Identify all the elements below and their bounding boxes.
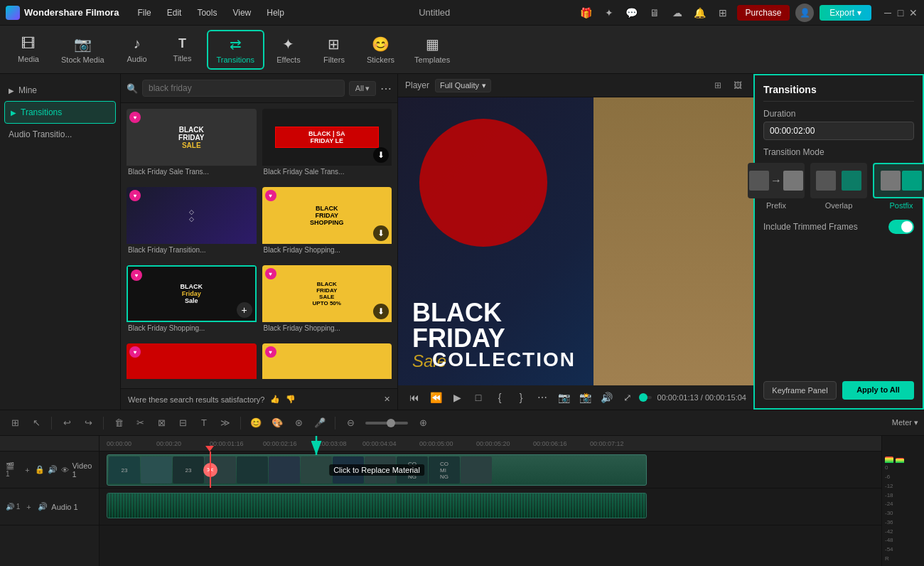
- tool-transitions[interactable]: ⇄ Transitions: [207, 30, 264, 70]
- grid-item-3[interactable]: ♥ ◇◇ Black Friday Transition...: [127, 187, 257, 260]
- cloud-icon[interactable]: ☁: [669, 4, 686, 21]
- filter-dropdown[interactable]: All ▾: [349, 81, 376, 96]
- menu-file[interactable]: File: [130, 5, 158, 21]
- tool-stock-media[interactable]: 📷 Stock Media: [53, 31, 113, 68]
- zoom-out-button[interactable]: ⊖: [341, 414, 360, 432]
- download-icon-6[interactable]: ⬇: [373, 304, 389, 319]
- apply-to-all-button[interactable]: Apply to All: [842, 381, 914, 400]
- grid-item-7[interactable]: ♥: [127, 343, 257, 383]
- mode-option-overlap[interactable]: Overlap: [810, 163, 867, 210]
- image-view-button[interactable]: 🖼: [729, 77, 746, 94]
- crop-button[interactable]: ⊠: [152, 414, 171, 432]
- undo-button[interactable]: ↩: [58, 414, 76, 432]
- fullscreen-button[interactable]: ⤢: [618, 388, 637, 407]
- play-button[interactable]: ▶: [448, 388, 466, 407]
- export-button[interactable]: Export ▾: [820, 5, 871, 21]
- mode-option-postfix[interactable]: Postfix: [873, 163, 924, 210]
- progress-bar[interactable]: [643, 396, 652, 399]
- zoom-slider[interactable]: [365, 422, 408, 424]
- text-button[interactable]: T: [195, 414, 213, 432]
- audio-clip-main[interactable]: [107, 493, 647, 518]
- video-clip-main[interactable]: 23 23 COMING COMING: [107, 454, 647, 486]
- timeline-cursor-button[interactable]: ↖: [27, 414, 45, 432]
- add-audio-icon[interactable]: +: [23, 501, 34, 513]
- face-button[interactable]: 😊: [247, 414, 265, 432]
- mark-in-button[interactable]: {: [490, 388, 509, 407]
- grid-icon[interactable]: ⊞: [714, 4, 731, 21]
- timeline-grid-button[interactable]: ⊞: [6, 414, 24, 432]
- menu-help[interactable]: Help: [259, 5, 291, 21]
- eye-track-icon[interactable]: 👁: [60, 464, 70, 476]
- menu-edit[interactable]: Edit: [160, 5, 189, 21]
- duration-input[interactable]: [763, 122, 914, 140]
- split-button[interactable]: ⊟: [173, 414, 192, 432]
- volume-track-icon[interactable]: 🔊: [48, 464, 58, 476]
- grid-item-2[interactable]: BLACK | SAFRIDAY LE ⬇ Black Friday Sale …: [262, 109, 392, 181]
- mark-out-button[interactable]: }: [512, 388, 530, 407]
- keyframe-panel-button[interactable]: Keyframe Panel: [763, 381, 837, 400]
- sidebar-item-mine[interactable]: ▶ Mine: [0, 80, 120, 101]
- grid-item-4[interactable]: ♥ BLACKFRIDAYSHOPPING ⬇ Black Friday Sho…: [262, 187, 392, 260]
- meter-label[interactable]: Meter ▾: [892, 418, 918, 427]
- thumbs-down-icon[interactable]: 👎: [286, 395, 296, 404]
- prev-frame-button[interactable]: ⏪: [426, 388, 445, 407]
- search-input[interactable]: [142, 80, 345, 97]
- scissors-button[interactable]: ✂: [131, 414, 149, 432]
- monitor-icon[interactable]: 🖥: [646, 4, 663, 21]
- sidebar-item-transitions[interactable]: ▶ Transitions: [4, 101, 116, 124]
- stop-button[interactable]: □: [469, 388, 488, 407]
- menu-tools[interactable]: Tools: [190, 5, 224, 21]
- sidebar-item-audio-transitions[interactable]: Audio Transitio...: [0, 124, 120, 145]
- minimize-button[interactable]: ─: [883, 8, 893, 18]
- grid-item-6[interactable]: ♥ BLACKFRIDAYSALEUPTO 50% ⬇ Black Friday…: [262, 265, 392, 338]
- star-icon[interactable]: ✦: [601, 4, 618, 21]
- zoom-in-button[interactable]: ⊕: [414, 414, 432, 432]
- more-options-button[interactable]: ⋯: [380, 82, 392, 95]
- profile-avatar[interactable]: 👤: [795, 4, 814, 22]
- satisfaction-close-button[interactable]: ✕: [384, 395, 390, 404]
- download-icon-2[interactable]: ⬇: [373, 147, 389, 163]
- tool-titles[interactable]: T Titles: [161, 32, 204, 67]
- more-tools-button[interactable]: ≫: [216, 414, 235, 432]
- include-trimmed-toggle[interactable]: [888, 220, 914, 234]
- add-track-icon[interactable]: +: [23, 464, 32, 476]
- mode-option-prefix[interactable]: → Prefix: [748, 163, 805, 210]
- grid-item-8[interactable]: ♥: [262, 343, 392, 383]
- tool-templates[interactable]: ▦ Templates: [406, 31, 458, 68]
- item-label-1: Black Friday Sale Trans...: [127, 166, 257, 178]
- more-playback-button[interactable]: ⋯: [533, 388, 552, 407]
- menu-view[interactable]: View: [225, 5, 258, 21]
- thumbs-up-icon[interactable]: 👍: [270, 395, 280, 404]
- volume-audio-icon[interactable]: 🔊: [37, 501, 48, 513]
- maximize-button[interactable]: □: [896, 8, 906, 18]
- tool-effects[interactable]: ✦ Effects: [267, 31, 310, 68]
- quality-dropdown[interactable]: Full Quality ▾: [435, 79, 491, 92]
- purchase-button[interactable]: Purchase: [737, 5, 790, 21]
- bell-icon[interactable]: 🔔: [692, 4, 709, 21]
- chat-icon[interactable]: 💬: [623, 4, 640, 21]
- delete-button[interactable]: 🗑: [109, 414, 128, 432]
- tool-stickers[interactable]: 😊 Stickers: [358, 31, 403, 68]
- lock-track-icon[interactable]: 🔒: [35, 464, 45, 476]
- tool-audio[interactable]: ♪ Audio: [116, 31, 159, 68]
- audio-button[interactable]: 🔊: [597, 388, 616, 407]
- screenshot-button[interactable]: 📸: [576, 388, 594, 407]
- current-time: 00:00:01:13 / 00:00:15:04: [657, 393, 746, 402]
- tool-filters[interactable]: ⊞ Filters: [313, 31, 355, 68]
- close-button[interactable]: ✕: [908, 8, 918, 18]
- add-btn-5[interactable]: +: [237, 302, 252, 318]
- grid-item-5[interactable]: ♥ BLACKFridaySale + Black Friday Shoppin…: [127, 265, 257, 338]
- redo-button[interactable]: ↪: [79, 414, 97, 432]
- download-icon-4[interactable]: ⬇: [373, 225, 389, 241]
- go-start-button[interactable]: ⏮: [405, 388, 424, 407]
- timeline-ruler: 00:00:00 00:00:20 00:00:01:16 00:00:02:1…: [100, 436, 881, 452]
- record-button[interactable]: 🎤: [311, 414, 329, 432]
- tool-media[interactable]: 🎞 Media: [7, 31, 50, 68]
- grid-item-1[interactable]: ♥ BLACKFRIDAYSALE Black Friday Sale Tran…: [127, 109, 257, 181]
- gift-icon[interactable]: 🎁: [578, 4, 595, 21]
- color-button[interactable]: 🎨: [268, 414, 286, 432]
- preview-background: BLACKFRIDAY Sale COLLECTION: [398, 97, 753, 385]
- snapshot-button[interactable]: 📷: [554, 388, 573, 407]
- grid-view-button[interactable]: ⊞: [709, 77, 726, 94]
- mask-button[interactable]: ⊛: [289, 414, 308, 432]
